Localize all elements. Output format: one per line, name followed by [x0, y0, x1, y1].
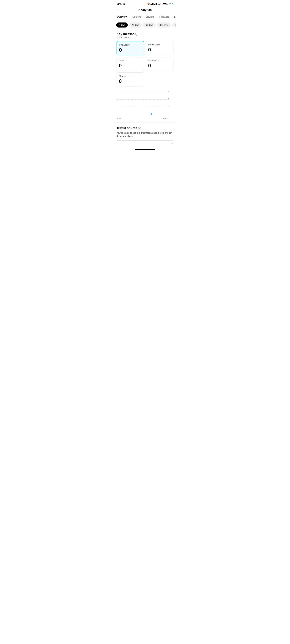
traffic-stat-left: - [116, 142, 117, 145]
chart-x-label-start: Nov 6 [116, 117, 122, 120]
home-bar [135, 149, 155, 150]
status-bar: 8:41 📷 🔕 WiFi 74% [114, 0, 176, 7]
shares-label: Shares [119, 75, 142, 77]
chart-label-1: 1 [168, 105, 169, 107]
chart-dot [151, 113, 152, 115]
profile-views-value: 0 [148, 47, 171, 53]
top-nav: ← Analytics [114, 7, 176, 14]
post-views-label: Post views [119, 44, 142, 46]
metric-card-shares[interactable]: Shares 0 [116, 72, 144, 86]
key-metrics-date-range: Nov 6 - Nov 12 [116, 36, 174, 39]
status-right-icons: 🔕 WiFi 74% [147, 3, 173, 5]
profile-views-label: Profile views [148, 44, 171, 46]
metric-card-likes[interactable]: Likes 0 [116, 57, 144, 71]
metric-card-post-views[interactable]: Post views 0 [116, 41, 144, 55]
metrics-grid-row3: Shares 0 [116, 72, 174, 86]
key-metrics-info-icon[interactable]: i [135, 33, 138, 36]
wifi-icon: WiFi [158, 3, 162, 5]
section-header: Key metrics i [116, 32, 174, 36]
mute-icon: 🔕 [147, 3, 150, 5]
traffic-stats: - -% [116, 140, 174, 145]
battery-percent: 74% [167, 3, 171, 5]
date-filter-365days[interactable]: 365 days [157, 22, 171, 28]
chart-label-2: 2 [168, 98, 169, 100]
chart-grid-line-2: 2 [116, 99, 169, 100]
likes-value: 0 [119, 63, 142, 68]
tab-live[interactable]: LIVE [172, 14, 176, 20]
signal-bars-1 [150, 3, 154, 5]
post-views-value: 0 [119, 47, 142, 53]
tab-viewers[interactable]: Viewers [143, 14, 156, 20]
metric-card-comments[interactable]: Comments 0 [146, 57, 174, 71]
green-dot-indicator [172, 3, 173, 4]
key-metrics-title: Key metrics [116, 32, 134, 36]
shares-value: 0 [119, 78, 142, 84]
traffic-source-section: Traffic source i You'll be able to see t… [114, 122, 176, 148]
signal-bars-2 [154, 3, 157, 5]
date-filters: 7 days 28 days 60 days 365 days Cu... [114, 20, 176, 30]
chart-x-label-end: Nov 12 [163, 117, 169, 120]
metrics-grid-row2: Likes 0 Comments 0 [116, 57, 174, 71]
comments-label: Comments [148, 59, 171, 62]
status-time: 8:41 [117, 2, 122, 5]
tabs-container: Overview Content Viewers Followers LIVE [114, 14, 176, 20]
chart-baseline [116, 114, 169, 114]
metrics-grid-row1: Post views 0 Profile views 0 [116, 41, 174, 55]
page-title: Analytics [138, 8, 152, 12]
battery-icon [163, 3, 167, 5]
date-filter-28days[interactable]: 28 days [129, 22, 142, 28]
chart-area: 3 2 1 Nov 6 Nov 12 [114, 90, 176, 122]
date-filter-custom[interactable]: Cu... [172, 22, 176, 28]
camera-icon: 📷 [122, 2, 125, 5]
likes-label: Likes [119, 59, 142, 62]
tab-overview[interactable]: Overview [114, 14, 130, 20]
key-metrics-section: Key metrics i Nov 6 - Nov 12 Post views … [114, 30, 176, 90]
chart-grid-line-1: 1 [116, 106, 169, 107]
battery-container: 74% [163, 3, 171, 5]
home-indicator [114, 148, 176, 151]
comments-value: 0 [148, 63, 171, 68]
traffic-stat-right: -% [171, 142, 174, 145]
traffic-source-description: You'll be able to see this information o… [116, 131, 174, 138]
traffic-source-info-icon[interactable]: i [138, 127, 141, 130]
traffic-section-header: Traffic source i [116, 126, 174, 131]
metric-card-profile-views[interactable]: Profile views 0 [146, 41, 174, 55]
tab-followers[interactable]: Followers [156, 14, 172, 20]
traffic-source-title: Traffic source [116, 126, 137, 130]
tab-content[interactable]: Content [130, 14, 143, 20]
date-filter-7days[interactable]: 7 days [116, 22, 128, 28]
chart-label-3: 3 [168, 90, 169, 92]
back-button[interactable]: ← [117, 8, 120, 12]
date-filter-60days[interactable]: 60 days [143, 22, 156, 28]
chart-x-labels: Nov 6 Nov 12 [116, 117, 174, 120]
chart-grid: 3 2 1 [116, 92, 174, 114]
